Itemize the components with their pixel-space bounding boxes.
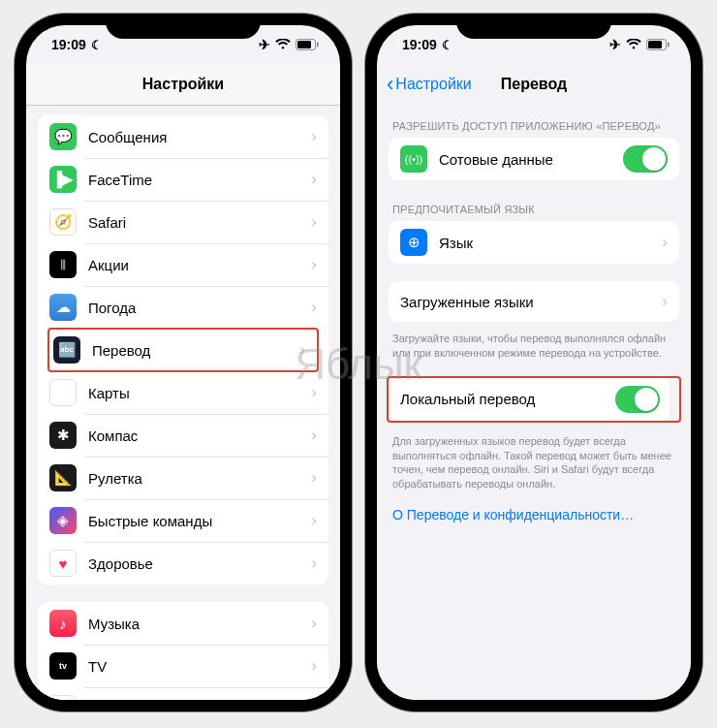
group-access: ((•)) Сотовые данные — [389, 138, 679, 180]
footer-downloaded: Загружайте языки, чтобы перевод выполнял… — [377, 326, 691, 366]
notch — [456, 14, 611, 39]
row-label: Музыка — [88, 616, 311, 632]
section-header-access: РАЗРЕШИТЬ ДОСТУП ПРИЛОЖЕНИЮ «ПЕРЕВОД» — [377, 105, 691, 138]
chevron-icon: › — [311, 127, 317, 146]
notch — [106, 14, 261, 39]
local-toggle[interactable] — [615, 386, 660, 413]
row-label: Перевод — [92, 342, 299, 359]
section-header-lang: ПРЕДПОЧИТАЕМЫЙ ЯЗЫК — [377, 188, 691, 221]
back-button[interactable]: ‹ Настройки — [387, 72, 472, 97]
settings-group-2: ♪ Музыка › tv TV › ✿ Фото › — [38, 602, 328, 700]
row-label: Акции — [88, 257, 311, 273]
row-label: Здоровье — [88, 555, 311, 572]
wifi-icon — [275, 39, 291, 50]
chevron-icon: › — [662, 292, 668, 311]
phone-left: 19:09 ☾ ✈ Настройки 💬 Сообщения › — [15, 14, 352, 712]
row-compass[interactable]: ✱ Компас › — [38, 414, 328, 457]
group-language: ⊕ Язык › — [389, 221, 679, 264]
row-downloaded[interactable]: Загруженные языки › — [389, 281, 679, 322]
row-stocks[interactable]: ⦀ Акции › — [38, 243, 328, 286]
nav-bar: Настройки — [26, 64, 340, 106]
weather-icon: ☁ — [49, 294, 77, 321]
page-title: Перевод — [501, 76, 567, 93]
row-label: TV — [88, 658, 311, 675]
cellular-toggle[interactable] — [623, 145, 668, 173]
dnd-icon: ☾ — [91, 38, 103, 52]
row-messages[interactable]: 💬 Сообщения › — [38, 115, 328, 158]
chevron-icon: › — [311, 468, 317, 488]
row-facetime[interactable]: ▐▶ FaceTime › — [38, 158, 328, 201]
settings-group-1: 💬 Сообщения › ▐▶ FaceTime › 🧭 Safari › — [38, 115, 328, 585]
status-time: 19:09 — [402, 37, 437, 52]
nav-bar: ‹ Настройки Перевод — [377, 64, 691, 105]
stocks-icon: ⦀ — [49, 251, 77, 278]
row-label: Карты — [88, 385, 311, 401]
group-downloaded: Загруженные языки › — [389, 281, 679, 322]
row-label: FaceTime — [88, 172, 311, 188]
chevron-icon: › — [311, 656, 317, 676]
status-time: 19:09 — [51, 37, 86, 52]
back-label: Настройки — [395, 76, 471, 93]
content[interactable]: РАЗРЕШИТЬ ДОСТУП ПРИЛОЖЕНИЮ «ПЕРЕВОД» ((… — [377, 105, 691, 700]
facetime-icon: ▐▶ — [49, 166, 77, 193]
row-language[interactable]: ⊕ Язык › — [389, 221, 679, 264]
page-title: Настройки — [142, 76, 224, 93]
row-label: Загруженные языки — [400, 294, 662, 310]
battery-icon — [296, 39, 319, 50]
row-health[interactable]: ♥ Здоровье › — [38, 542, 328, 585]
row-label: Погода — [88, 300, 311, 316]
highlight-translate: 🔤 Перевод › — [47, 328, 319, 372]
row-maps[interactable]: ➤ Карты › — [38, 371, 328, 414]
row-label: Язык — [439, 235, 662, 251]
airplane-icon: ✈ — [609, 37, 621, 52]
svg-rect-4 — [648, 41, 662, 48]
svg-rect-5 — [668, 43, 670, 47]
row-label: Сообщения — [88, 129, 311, 145]
row-label: Локальный перевод — [400, 391, 615, 407]
footer-local: Для загруженных языков перевод будет все… — [377, 425, 691, 497]
wifi-icon — [626, 39, 641, 50]
row-local-translate[interactable]: Локальный перевод — [390, 378, 670, 421]
airplane-icon: ✈ — [259, 37, 270, 52]
row-label: Рулетка — [88, 470, 311, 487]
chevron-icon: › — [311, 212, 317, 232]
translate-icon: 🔤 — [53, 336, 80, 364]
row-translate[interactable]: 🔤 Перевод › — [51, 330, 307, 370]
shortcuts-icon: ◈ — [49, 507, 77, 534]
dnd-icon: ☾ — [442, 38, 453, 52]
battery-icon — [646, 39, 670, 50]
row-safari[interactable]: 🧭 Safari › — [38, 201, 328, 243]
chevron-icon: › — [311, 614, 317, 633]
maps-icon: ➤ — [49, 379, 77, 406]
health-icon: ♥ — [49, 550, 77, 577]
screen-right: 19:09 ☾ ✈ ‹ Настройки Перевод РАЗРЕШИТЬ … — [377, 25, 691, 700]
chevron-icon: › — [662, 233, 668, 252]
row-music[interactable]: ♪ Музыка › — [38, 602, 328, 645]
row-photos[interactable]: ✿ Фото › — [38, 687, 328, 700]
safari-icon: 🧭 — [49, 208, 77, 236]
row-cellular[interactable]: ((•)) Сотовые данные — [389, 138, 679, 180]
privacy-link[interactable]: О Переводе и конфиденциальности… — [377, 497, 691, 532]
chevron-icon: › — [311, 255, 317, 274]
row-weather[interactable]: ☁ Погода › — [38, 286, 328, 329]
row-tv[interactable]: tv TV › — [38, 645, 328, 687]
chevron-icon: › — [311, 383, 317, 402]
photos-icon: ✿ — [49, 695, 77, 700]
chevron-icon: › — [311, 170, 317, 189]
chevron-icon: › — [311, 298, 317, 317]
chevron-icon: › — [311, 554, 317, 573]
chevron-icon: › — [311, 699, 317, 700]
row-measure[interactable]: 📐 Рулетка › — [38, 457, 328, 499]
measure-icon: 📐 — [49, 464, 77, 491]
row-shortcuts[interactable]: ◈ Быстрые команды › — [38, 499, 328, 542]
row-label: Сотовые данные — [439, 151, 623, 168]
content[interactable]: 💬 Сообщения › ▐▶ FaceTime › 🧭 Safari › — [26, 106, 340, 700]
svg-rect-1 — [297, 41, 311, 48]
highlight-local: Локальный перевод — [387, 376, 681, 423]
tv-icon: tv — [49, 652, 77, 680]
screen-left: 19:09 ☾ ✈ Настройки 💬 Сообщения › — [26, 25, 340, 700]
row-label: Компас — [88, 427, 311, 444]
chevron-icon: › — [311, 426, 317, 445]
chevron-icon: › — [311, 511, 317, 530]
cellular-icon: ((•)) — [400, 145, 427, 173]
